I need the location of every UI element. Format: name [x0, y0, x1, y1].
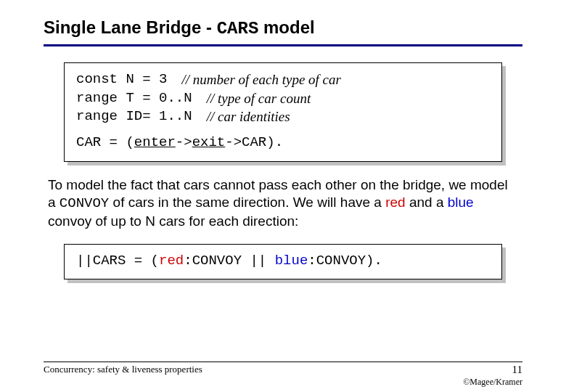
car-tail: ->CAR).: [225, 134, 283, 150]
def-row-2: range T = 0..N // type of car count: [76, 89, 490, 108]
cars-blue: blue: [275, 253, 308, 269]
body-t3: and a: [406, 195, 448, 210]
car-head: CAR = (: [76, 134, 134, 150]
cars-box: ||CARS = (red:CONVOY || blue:CONVOY).: [64, 244, 502, 280]
body-red: red: [385, 195, 405, 210]
slide-root: Single Lane Bridge - CARS model const N …: [0, 0, 566, 392]
car-exit: exit: [192, 134, 226, 150]
car-arrow1: ->: [176, 134, 192, 150]
cars-head: ||CARS = (: [76, 253, 159, 269]
title-suffix: model: [258, 17, 314, 37]
body-t2: of cars in the same direction. We will h…: [109, 195, 385, 210]
body-paragraph: To model the fact that cars cannot pass …: [48, 176, 518, 231]
footer-page: 11: [512, 364, 522, 376]
def-code-2: range T = 0..N: [76, 89, 192, 108]
car-enter: enter: [134, 134, 176, 150]
footer-credit: ©Magee/Kramer: [463, 377, 522, 388]
def-row-3: range ID= 1..N // car identities: [76, 107, 490, 126]
definitions-box: const N = 3 // number of each type of ca…: [64, 62, 502, 162]
def-comment-2: // type of car count: [207, 89, 311, 108]
cars-sep1: :CONVOY ||: [184, 253, 274, 269]
title-rule: [44, 44, 522, 46]
def-comment-1: // number of each type of car: [181, 70, 341, 89]
footer-left: Concurrency: safety & liveness propertie…: [44, 364, 202, 375]
def-code-3: range ID= 1..N: [76, 107, 192, 126]
cars-red: red: [159, 253, 184, 269]
def-row-1: const N = 3 // number of each type of ca…: [76, 70, 490, 89]
slide-title: Single Lane Bridge - CARS model: [44, 17, 522, 38]
def-code-1: const N = 3: [76, 70, 167, 89]
slide-footer: Concurrency: safety & liveness propertie…: [44, 362, 522, 376]
body-convoy: CONVOY: [60, 195, 109, 211]
body-t4: convoy of up to N cars for each directio…: [48, 213, 298, 229]
cars-tail: :CONVOY).: [308, 253, 382, 269]
title-mono: CARS: [217, 19, 259, 38]
def-comment-3: // car identities: [207, 107, 290, 126]
title-prefix: Single Lane Bridge -: [44, 17, 217, 37]
car-process-line: CAR = (enter->exit->CAR).: [76, 134, 490, 152]
cars-code: ||CARS = (red:CONVOY || blue:CONVOY).: [64, 244, 502, 280]
body-blue: blue: [448, 195, 474, 210]
definitions-code: const N = 3 // number of each type of ca…: [64, 62, 502, 162]
